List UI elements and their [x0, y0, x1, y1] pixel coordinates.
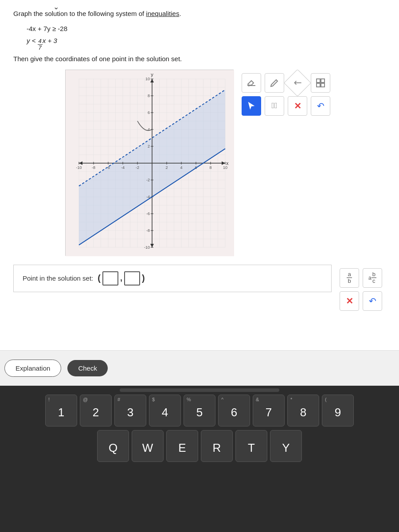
- frac-row-2: ✕ ↶: [340, 291, 382, 311]
- dropdown-arrow-icon[interactable]: ⌄: [53, 3, 59, 11]
- key-2[interactable]: @2: [80, 395, 112, 426]
- svg-rect-1: [321, 79, 325, 82]
- main-content: ⌄ Graph the solution to the following sy…: [0, 0, 399, 386]
- keyboard-row-2: Q W E R T Y: [0, 430, 399, 462]
- frac-row-1: a b abc: [340, 268, 382, 288]
- svg-rect-0: [317, 79, 320, 82]
- inequalities-block: -4x + 7y ≥ -28 y < 4 7 x + 3: [27, 23, 386, 51]
- tool-row-2: ヽ̇ ✕ ↶: [242, 96, 330, 116]
- bottom-bar: Explanation Check: [0, 350, 399, 386]
- key-1[interactable]: !1: [45, 395, 77, 426]
- frac-undo-btn[interactable]: ↶: [363, 291, 382, 311]
- key-r[interactable]: R: [201, 430, 233, 462]
- key-y[interactable]: Y: [270, 430, 302, 462]
- key-7[interactable]: &7: [253, 395, 285, 426]
- squiggle-tool-btn[interactable]: ヽ̇: [265, 96, 284, 116]
- inequality-1: -4x + 7y ≥ -28: [27, 23, 386, 35]
- frac-clear-btn[interactable]: ✕: [340, 291, 359, 311]
- pen-tool-btn[interactable]: [265, 73, 284, 93]
- fraction-btn[interactable]: a b: [340, 268, 359, 288]
- eraser-tool-btn[interactable]: [242, 73, 261, 93]
- key-5[interactable]: %5: [184, 395, 215, 426]
- comma-separator: ,: [120, 274, 122, 283]
- svg-rect-2: [317, 83, 320, 87]
- inequalities-link[interactable]: inequalities: [146, 10, 179, 17]
- mixed-fraction-btn[interactable]: abc: [363, 268, 382, 288]
- problem-title: Graph the solution to the following syst…: [13, 9, 386, 18]
- close-paren: ): [142, 273, 145, 283]
- graph-container[interactable]: [65, 70, 234, 256]
- keyboard-area: !1 @2 #3 $4 %5 ^6 &7 *8 (9 Q W E R T Y: [0, 386, 399, 532]
- x-coord-input[interactable]: [102, 271, 118, 286]
- key-t[interactable]: T: [235, 430, 267, 462]
- tool-panel: ↖ ヽ̇ ✕: [238, 70, 334, 119]
- inequality-2: y < 4 7 x + 3: [27, 35, 386, 51]
- explanation-button[interactable]: Explanation: [4, 360, 61, 377]
- graph-canvas[interactable]: [66, 70, 234, 256]
- keyboard-strip: [120, 388, 279, 392]
- cursor-tool-btn[interactable]: [242, 96, 261, 116]
- undo-btn[interactable]: ↶: [311, 96, 330, 116]
- open-paren: (: [98, 273, 101, 283]
- key-3[interactable]: #3: [114, 395, 146, 426]
- clear-btn[interactable]: ✕: [288, 96, 307, 116]
- fraction-tool-panel: a b abc ✕ ↶: [336, 265, 386, 314]
- grid-tool-btn[interactable]: [311, 73, 330, 93]
- y-coord-input[interactable]: [124, 271, 140, 286]
- keyboard-row-1: !1 @2 #3 $4 %5 ^6 &7 *8 (9: [0, 395, 399, 426]
- check-button[interactable]: Check: [67, 360, 108, 376]
- key-6[interactable]: ^6: [218, 395, 250, 426]
- key-9[interactable]: (9: [322, 395, 354, 426]
- svg-rect-3: [321, 83, 325, 87]
- sub-instruction: Then give the coordinates of one point i…: [13, 55, 386, 63]
- line-tool-btn[interactable]: ↖: [284, 69, 311, 96]
- key-w[interactable]: W: [132, 430, 164, 462]
- graph-section: ↖ ヽ̇ ✕: [13, 70, 386, 256]
- point-inputs: ( , ): [98, 271, 145, 286]
- key-8[interactable]: *8: [287, 395, 319, 426]
- key-q[interactable]: Q: [97, 430, 129, 462]
- point-label: Point in the solution set:: [23, 274, 93, 282]
- tool-row-1: ↖: [242, 73, 330, 93]
- key-e[interactable]: E: [166, 430, 198, 462]
- key-4[interactable]: $4: [149, 395, 181, 426]
- point-box: Point in the solution set: ( , ): [13, 265, 332, 292]
